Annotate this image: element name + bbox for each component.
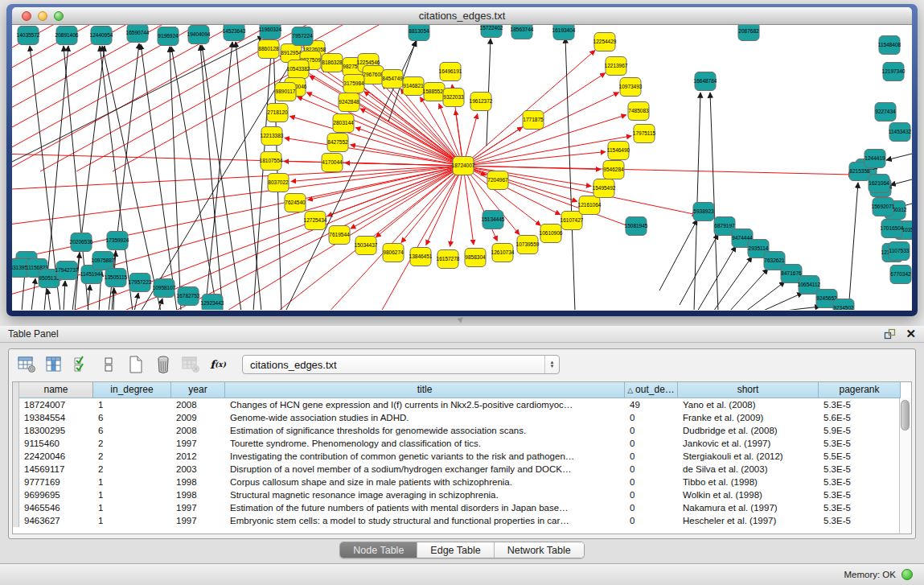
graph-node[interactable]: 7619544: [329, 226, 350, 245]
graph-node[interactable]: 1771875: [523, 111, 544, 130]
graph-edge-black[interactable]: [886, 154, 912, 160]
graph-node[interactable]: 17359924: [106, 232, 129, 250]
graph-node[interactable]: 12725434: [304, 212, 327, 230]
graph-edge-black[interactable]: [205, 42, 232, 310]
graph-edge-black[interactable]: [200, 45, 223, 310]
graph-node[interactable]: 10610906: [540, 225, 563, 243]
graph-node[interactable]: 7957224: [292, 27, 313, 46]
graph-node[interactable]: 15495492: [593, 179, 616, 198]
graph-node[interactable]: 11453432: [889, 123, 912, 142]
graph-node[interactable]: 1107533: [889, 242, 910, 261]
graph-node[interactable]: 16590744: [126, 25, 150, 43]
graph-edge-black[interactable]: [64, 281, 65, 310]
graph-edge-black[interactable]: [134, 293, 138, 310]
column-header-title[interactable]: title: [225, 382, 625, 398]
graph-node[interactable]: 9546284: [603, 161, 624, 179]
graph-node[interactable]: 16496191: [439, 63, 462, 81]
graph-node[interactable]: 8037022: [268, 174, 289, 192]
graph-node[interactable]: 15134445: [482, 211, 505, 229]
graph-node[interactable]: 1244419: [864, 150, 885, 168]
graph-node[interactable]: 9858304: [465, 249, 486, 267]
graph-node[interactable]: 18563744: [511, 25, 534, 39]
graph-node[interactable]: 20206536: [70, 233, 93, 252]
vertical-scrollbar[interactable]: [899, 398, 911, 534]
graph-node[interactable]: 15692071: [872, 198, 895, 216]
graph-node[interactable]: 11546490: [607, 142, 630, 160]
graph-node[interactable]: 7485083: [628, 102, 649, 121]
tab-network-table[interactable]: Network Table: [495, 542, 584, 558]
column-header-short[interactable]: short: [678, 382, 819, 398]
table-select-dropdown[interactable]: citations_edges.txt ▲▼: [242, 355, 560, 374]
graph-edge-black[interactable]: [565, 38, 575, 310]
graph-node[interactable]: 4170044: [322, 154, 343, 172]
close-button[interactable]: [22, 11, 31, 21]
graph-node[interactable]: 17975115: [633, 125, 656, 143]
graph-edge-black[interactable]: [745, 282, 785, 310]
float-window-icon[interactable]: [884, 328, 896, 340]
graph-node[interactable]: 7204967: [487, 171, 508, 190]
graph-node[interactable]: 1621064: [869, 175, 889, 193]
graph-edge-black[interactable]: [31, 278, 35, 310]
table-row[interactable]: 969969511998Structural magnetic resonanc…: [13, 488, 911, 501]
function-builder-button[interactable]: f(x): [208, 355, 228, 374]
graph-node[interactable]: 12161064: [578, 196, 602, 215]
show-columns-button[interactable]: [44, 355, 64, 374]
graph-node[interactable]: 13505115: [105, 269, 128, 287]
graph-node-hub[interactable]: 18724007: [452, 157, 475, 175]
graph-edge-red[interactable]: [12, 25, 97, 171]
graph-node[interactable]: 12610734: [491, 244, 515, 262]
graph-node[interactable]: 15885520: [423, 83, 446, 101]
graph-edge-black[interactable]: [713, 257, 752, 310]
graph-node[interactable]: 8427552: [327, 134, 348, 152]
graph-node[interactable]: 8860128: [258, 40, 279, 59]
minimize-button[interactable]: [38, 11, 47, 21]
graph-node[interactable]: 16193404: [552, 25, 576, 40]
graph-edge-black[interactable]: [75, 253, 80, 310]
table-row[interactable]: 1830029562008Estimation of significance …: [13, 424, 911, 437]
graph-edge-red[interactable]: [12, 25, 277, 171]
graph-node[interactable]: 12213383: [261, 127, 284, 146]
graph-node[interactable]: 9322033: [443, 89, 464, 107]
graph-edge-black[interactable]: [762, 293, 803, 310]
graph-node[interactable]: 19612372: [470, 93, 493, 111]
graph-node[interactable]: 10958107: [153, 279, 176, 298]
graph-node[interactable]: 9146821: [403, 77, 424, 96]
graph-node[interactable]: 17016504: [881, 220, 904, 238]
graph-node[interactable]: 15081945: [625, 217, 648, 236]
graph-node[interactable]: 8813054: [409, 25, 429, 41]
graph-edge-black[interactable]: [710, 93, 718, 310]
graph-node[interactable]: 15722402: [480, 25, 503, 38]
row-height-button[interactable]: [99, 355, 118, 374]
graph-node[interactable]: 9806274: [383, 244, 404, 262]
column-header-year[interactable]: year: [171, 382, 225, 398]
tab-edge-table[interactable]: Edge Table: [417, 542, 494, 558]
graph-node[interactable]: 16107427: [561, 212, 584, 230]
create-column-button[interactable]: [126, 355, 146, 374]
column-header-pagerank[interactable]: pagerank: [819, 382, 901, 398]
graph-node[interactable]: 2967608: [363, 66, 384, 84]
graph-node[interactable]: 16648784: [694, 72, 717, 91]
graph-node[interactable]: 9890117: [275, 83, 296, 101]
graph-node[interactable]: 10739559: [516, 236, 540, 254]
graph-node[interactable]: 11548408: [878, 36, 901, 55]
graph-edge-black[interactable]: [680, 234, 718, 305]
network-canvas[interactable]: 1872400788601288912954182260589827509105…: [12, 25, 912, 311]
table-options-button[interactable]: [17, 355, 36, 374]
table-row[interactable]: 2242004622012Investigating the contribut…: [13, 450, 911, 463]
graph-edge-black[interactable]: [171, 47, 217, 310]
graph-node[interactable]: 9234502: [833, 299, 854, 311]
graph-node[interactable]: 13846451: [409, 248, 433, 266]
graph-node[interactable]: 14035572: [17, 27, 40, 45]
graph-edge-red[interactable]: [351, 166, 463, 229]
graph-edge-red[interactable]: [463, 166, 561, 215]
graph-node[interactable]: 9227434: [875, 103, 896, 122]
select-columns-button[interactable]: [72, 355, 91, 374]
table-row[interactable]: 1456911722003Disruption of a novel membe…: [13, 463, 911, 476]
graph-edge-black[interactable]: [848, 183, 858, 310]
graph-node[interactable]: 5938923: [693, 203, 714, 221]
graph-node[interactable]: 12197340: [882, 63, 906, 81]
graph-node[interactable]: 16782753: [177, 287, 200, 306]
network-graph[interactable]: 1872400788601288912954182260589827509105…: [12, 25, 912, 310]
graph-node[interactable]: 12923443: [201, 295, 224, 311]
scrollbar-thumb[interactable]: [901, 400, 910, 431]
